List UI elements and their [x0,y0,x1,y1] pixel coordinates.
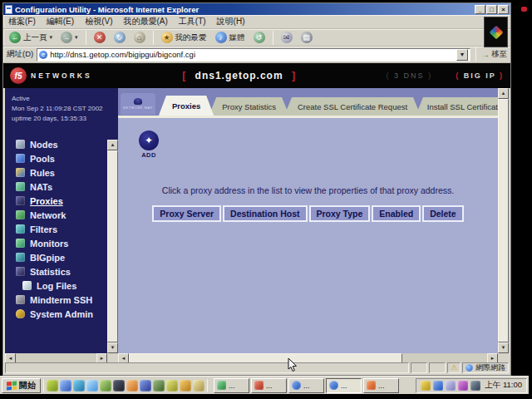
quick-launch-icon[interactable] [113,380,125,392]
scrollbar-thumb[interactable] [498,99,509,342]
forward-caret-icon[interactable]: ▾ [75,34,78,41]
task-button[interactable]: ... [363,378,399,393]
sidebar-item-label: Statistics [30,267,71,277]
quick-launch-icon[interactable] [166,380,178,392]
tray-icon[interactable] [446,381,456,391]
quick-launch-icon[interactable] [193,380,204,392]
address-input[interactable]: e http://dns1.getop.com/bigipgui/bigconf… [37,48,470,62]
add-proxy-control[interactable]: ✦ ADD [136,131,161,159]
tray-icon[interactable] [458,381,468,391]
back-button[interactable]: ← 上一頁 ▾ [7,31,55,44]
add-button[interactable]: ✦ [139,131,159,150]
favorites-button[interactable]: ★ 我的最愛 [159,31,209,44]
menu-view[interactable]: 檢視(V) [85,16,112,27]
quick-launch-icon[interactable] [100,380,111,392]
monitors-icon [16,239,25,248]
network-icon [16,210,25,219]
back-caret-icon[interactable]: ▾ [50,34,53,41]
quick-launch-icon[interactable] [180,380,191,392]
menu-tools[interactable]: 工具(T) [179,16,206,27]
hostname: dns1.getop.com [190,70,288,81]
quick-launch-icon[interactable] [140,380,151,392]
sidebar-item-log-files[interactable]: Log Files [5,278,118,293]
tab-create-ssl-certificate-request[interactable]: Create SSL Certificate Request [284,97,421,116]
media-button[interactable]: ♪ 媒體 [213,31,248,44]
maximize-button[interactable]: □ [486,5,497,14]
tray-icon[interactable] [421,381,431,391]
tab-install-ssl-certificate[interactable]: Install SSL Certificate [416,97,509,116]
print-button[interactable]: ▤ [298,31,315,44]
sidebar-item-proxies[interactable]: Proxies [5,194,118,208]
nav-3dns-link[interactable]: ( 3 DNS ) [387,71,433,80]
scroll-down-arrow[interactable]: ▼ [498,342,509,353]
scroll-up-arrow[interactable]: ▲ [498,88,509,99]
tab-proxies[interactable]: Proxies [159,96,214,116]
tray-icon[interactable] [470,381,480,391]
menu-edit[interactable]: 編輯(E) [47,16,74,27]
task-button[interactable]: ... [251,378,287,393]
bigip-label: BIG IP [464,71,496,80]
task-button[interactable]: ... [214,378,249,393]
scroll-up-arrow[interactable]: ▲ [107,140,118,150]
tab-proxy-statistics[interactable]: Proxy Statistics [209,97,289,116]
close-button[interactable]: × [498,5,509,14]
menu-favorites[interactable]: 我的最愛(A) [123,16,167,27]
column-enabled[interactable]: Enabled [372,205,421,222]
sidebar-item-bigpipe[interactable]: BIGpipe [5,250,118,264]
refresh-button[interactable]: ↻ [111,31,128,44]
history-button[interactable]: ↺ [251,31,268,44]
home-button[interactable]: ⌂ [131,31,148,44]
rules-icon [16,168,25,177]
sidebar-item-nodes[interactable]: Nodes [5,137,118,151]
column-proxy-type[interactable]: Proxy Type [309,205,371,222]
quick-launch-icon[interactable] [153,380,165,392]
system-uptime: uptime 20 days, 15:35:33 [12,114,115,124]
mail-button[interactable]: ✉ [278,31,295,44]
windows-logo-icon [7,381,17,390]
sidebar-item-system-admin[interactable]: System Admin [5,307,118,321]
task-button-active[interactable]: ... [326,378,362,393]
menu-help[interactable]: 說明(H) [217,16,245,27]
sidebar-item-filters[interactable]: Filters [5,222,118,236]
column-delete[interactable]: Delete [422,205,464,222]
taskbar-clock[interactable]: 上午 11:00 [485,380,522,391]
browser-window: Configuration Utility - Microsoft Intern… [2,2,511,376]
sidebar-item-label: Pools [30,154,55,164]
scrollbar-thumb[interactable] [107,150,118,342]
menu-file[interactable]: 檔案(F) [8,16,36,27]
start-button[interactable]: 開始 [2,378,41,393]
navigation-sidebar: Active Mon Sep 2 11:09:28 CST 2002 uptim… [5,88,118,364]
sidebar-item-label: NATs [30,182,52,192]
quick-launch-icon[interactable] [47,380,58,392]
3dns-bracket-right: ) [428,71,432,80]
column-destination-host[interactable]: Destination Host [223,205,307,222]
sidebar-item-nats[interactable]: NATs [5,180,118,194]
sidebar-vertical-scrollbar[interactable]: ▲ ▼ [107,140,118,353]
sidebar-item-mindterm-ssh[interactable]: Mindterm SSH [5,293,118,307]
quick-launch-icon[interactable] [86,380,98,392]
tray-icon[interactable] [433,381,443,391]
scroll-down-arrow[interactable]: ▼ [107,342,118,353]
quick-launch-icon[interactable] [60,380,71,392]
nav-bigip-link[interactable]: ( BIG IP ) [456,71,504,80]
sidebar-item-monitors[interactable]: Monitors [5,236,118,250]
go-button[interactable]: → 移至 [481,49,507,60]
status-pane [429,362,446,373]
quick-launch-icon[interactable] [73,380,85,392]
task-app-icon [292,381,301,390]
quick-launch-icon[interactable] [126,380,138,392]
status-warning-pane: ⚠ [447,362,461,373]
stop-button[interactable]: ✕ [91,31,108,44]
task-button[interactable]: ... [288,378,324,393]
sidebar-item-rules[interactable]: Rules [5,165,118,180]
content-vertical-scrollbar[interactable]: ▲ ▼ [498,88,509,353]
forward-button[interactable]: → ▾ [58,31,81,44]
taskbar-separator [207,379,208,392]
address-dropdown-button[interactable]: ▼ [456,49,468,61]
sidebar-item-network[interactable]: Network [5,208,118,222]
column-proxy-server[interactable]: Proxy Server [152,205,221,222]
network-map-tab[interactable]: NETWORK MAP [121,93,155,115]
minimize-button[interactable]: _ [475,5,485,14]
sidebar-item-statistics[interactable]: Statistics [5,264,118,278]
sidebar-item-pools[interactable]: Pools [5,151,118,165]
